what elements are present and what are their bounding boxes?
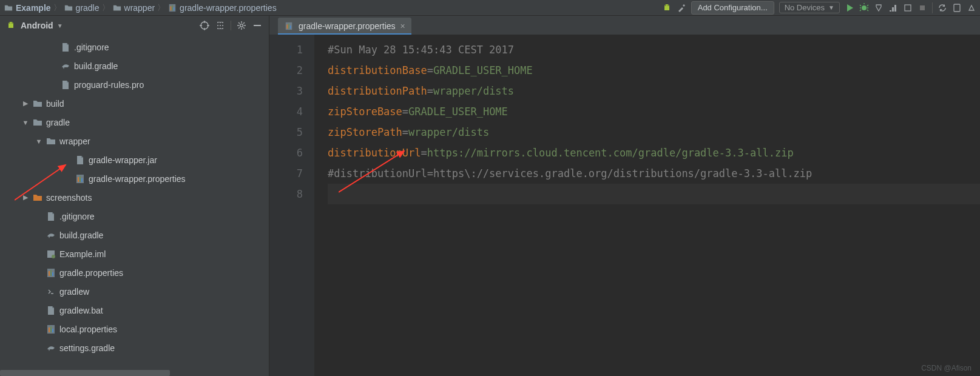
gutter-line-number: 5 [269, 122, 303, 143]
toolbar-right: Add Configuration... No Devices▼ [662, 1, 976, 15]
tree-item-label: .gitignore [74, 42, 109, 52]
attach-icon[interactable] [903, 3, 913, 13]
breadcrumb-item[interactable]: Example [4, 3, 51, 13]
gutter-line-number: 7 [269, 163, 303, 184]
tree-folder[interactable]: ▶build [0, 94, 269, 113]
properties-icon [75, 174, 85, 184]
breadcrumb-toolbar: Example 〉 gradle 〉 wrapper 〉 gradle-wrap… [0, 0, 980, 16]
locate-icon[interactable] [199, 20, 210, 31]
tree-folder[interactable]: ▼gradle [0, 113, 269, 132]
tree-file[interactable]: build.gradle [0, 226, 269, 244]
tree-arrow-icon[interactable]: ▶ [22, 193, 29, 201]
gradle-icon [46, 343, 56, 353]
android-icon[interactable] [662, 3, 672, 13]
editor-gutter: 12345678 [269, 35, 314, 376]
tree-item-label: gradle.properties [59, 268, 123, 278]
code-line: #Sun May 28 15:45:43 CEST 2017 [328, 44, 514, 56]
properties-icon [46, 324, 56, 334]
gutter-line-number: 1 [269, 39, 303, 60]
breadcrumb-item[interactable]: gradle [64, 3, 100, 13]
tree-item-label: build [46, 99, 64, 109]
sdk-icon[interactable] [967, 3, 976, 13]
svg-rect-14 [905, 5, 911, 11]
properties-file-icon [284, 21, 294, 31]
tree-item-label: screenshots [46, 193, 92, 203]
tree-item-label: gradle [46, 118, 70, 127]
tree-arrow-icon[interactable]: ▼ [22, 119, 29, 126]
project-panel-header: Android▼ [0, 16, 269, 35]
tree-item-label: build.gradle [59, 230, 103, 240]
tree-file[interactable]: .gitignore [0, 38, 269, 56]
tree-item-label: proguard-rules.pro [74, 80, 144, 90]
tree-file[interactable]: .gitignore [0, 207, 269, 226]
tree-arrow-icon[interactable]: ▶ [22, 99, 29, 107]
code-area: 12345678 #Sun May 28 15:45:43 CEST 2017 … [269, 35, 980, 376]
run-icon[interactable] [845, 3, 854, 13]
editor-tab[interactable]: gradle-wrapper.properties × [278, 18, 411, 35]
close-tab-icon[interactable]: × [400, 21, 405, 31]
hammer-icon[interactable] [677, 3, 686, 13]
gutter-line-number: 8 [269, 184, 303, 204]
code-content[interactable]: #Sun May 28 15:45:43 CEST 2017 distribut… [314, 35, 980, 376]
tree-item-label: gradle-wrapper.properties [89, 174, 186, 184]
android-icon [6, 21, 16, 30]
sync-icon[interactable] [938, 3, 947, 13]
tree-item-label: local.properties [59, 324, 117, 334]
tree-file[interactable]: gradlew [0, 282, 269, 301]
tree-item-label: Example.iml [59, 249, 106, 259]
coverage-icon[interactable] [874, 3, 884, 13]
svg-rect-16 [954, 4, 960, 12]
code-line: distributionUrl=https://mirrors.cloud.te… [328, 143, 980, 163]
tree-file[interactable]: gradle-wrapper.properties [0, 169, 269, 188]
code-line: zipStorePath=wrapper/dists [328, 122, 980, 143]
folder-icon [33, 99, 42, 109]
hide-icon[interactable] [252, 20, 263, 31]
tree-file[interactable]: proguard-rules.pro [0, 75, 269, 94]
breadcrumb-item[interactable]: wrapper [112, 3, 155, 13]
editor-tabs: gradle-wrapper.properties × [269, 16, 980, 35]
tree-file[interactable]: build.gradle [0, 56, 269, 75]
code-line: zipStoreBase=GRADLE_USER_HOME [328, 101, 980, 122]
tree-item-label: .gitignore [59, 212, 95, 221]
script-icon [46, 287, 56, 297]
folder-orange-icon [33, 193, 42, 203]
stop-icon[interactable] [917, 3, 927, 13]
gear-icon[interactable] [236, 20, 247, 31]
project-tree[interactable]: .gitignorebuild.gradleproguard-rules.pro… [0, 35, 269, 376]
tree-file[interactable]: local.properties [0, 320, 269, 338]
avd-icon[interactable] [952, 3, 962, 13]
tree-file[interactable]: gradle.properties [0, 263, 269, 282]
file-generic-icon [46, 212, 56, 221]
watermark: CSDN @Afison [921, 364, 972, 372]
code-line: #distributionUrl=https\://services.gradl… [328, 167, 812, 180]
code-line: distributionPath=wrapper/dists [328, 81, 980, 101]
editor-pane: gradle-wrapper.properties × 12345678 #Su… [269, 16, 980, 376]
code-line: distributionBase=GRADLE_USER_HOME [328, 60, 980, 81]
device-selector[interactable]: No Devices▼ [779, 2, 840, 13]
tree-file[interactable]: Example.iml [0, 244, 269, 263]
folder-icon [46, 136, 56, 146]
collapse-all-icon[interactable] [215, 20, 226, 31]
tree-arrow-icon[interactable]: ▼ [35, 138, 42, 145]
project-tool-window: Android▼ .gitignorebuild.gradleproguard-… [0, 16, 269, 376]
gutter-line-number: 2 [269, 60, 303, 81]
gutter-line-number: 4 [269, 101, 303, 122]
add-configuration-button[interactable]: Add Configuration... [691, 1, 774, 15]
tree-file[interactable]: gradle-wrapper.jar [0, 150, 269, 169]
tree-file[interactable]: settings.gradle [0, 338, 269, 357]
chevron-right-icon: 〉 [102, 2, 110, 13]
breadcrumb-item[interactable]: gradle-wrapper.properties [167, 3, 277, 13]
chevron-right-icon: 〉 [157, 2, 165, 13]
gutter-line-number: 3 [269, 81, 303, 101]
profile-icon[interactable] [888, 3, 898, 13]
tree-item-label: gradlew.bat [59, 306, 103, 315]
tree-folder[interactable]: ▶screenshots [0, 188, 269, 207]
project-view-selector[interactable]: Android▼ [21, 21, 63, 30]
chevron-right-icon: 〉 [53, 2, 61, 13]
horizontal-scrollbar[interactable] [0, 370, 170, 376]
tree-item-label: build.gradle [74, 61, 118, 71]
debug-icon[interactable] [859, 3, 869, 13]
tree-item-label: gradlew [59, 287, 89, 297]
tree-file[interactable]: gradlew.bat [0, 301, 269, 320]
tree-folder[interactable]: ▼wrapper [0, 132, 269, 150]
